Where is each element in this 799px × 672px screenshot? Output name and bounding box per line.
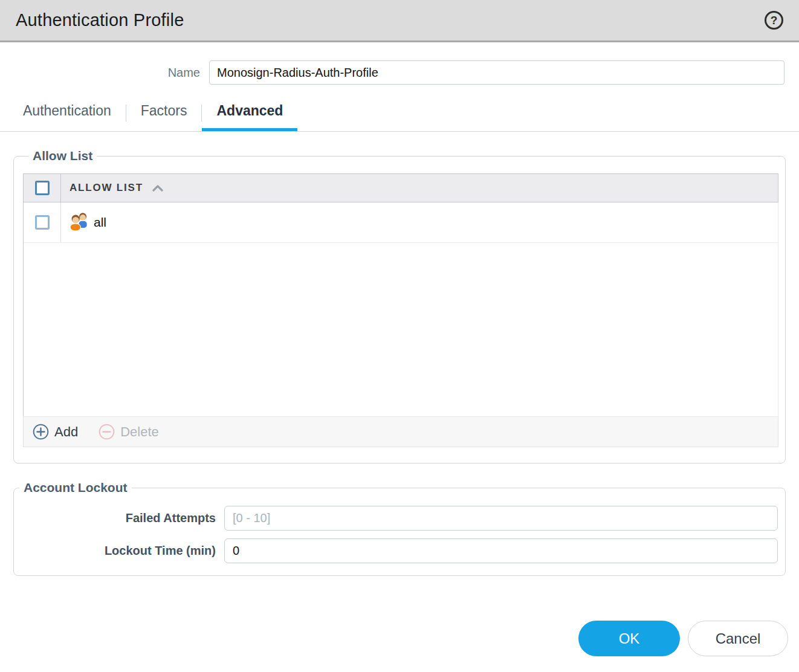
ok-button[interactable]: OK <box>578 621 680 656</box>
tab-factors[interactable]: Factors <box>126 95 202 131</box>
tab-authentication[interactable]: Authentication <box>8 95 126 131</box>
delete-button-label: Delete <box>120 424 159 440</box>
allow-list-table-header: ALLOW LIST <box>23 173 778 202</box>
lockout-time-label: Lockout Time (min) <box>14 544 224 558</box>
dialog-header: Authentication Profile ? <box>0 0 799 42</box>
delete-button[interactable]: Delete <box>99 424 159 440</box>
row-checkbox[interactable] <box>35 215 50 230</box>
add-button-label: Add <box>54 424 78 440</box>
lockout-time-row: Lockout Time (min) <box>14 538 778 563</box>
select-all-cell <box>24 174 61 202</box>
dialog-actions: OK Cancel <box>0 621 799 656</box>
allow-list-legend: Allow List <box>28 149 97 163</box>
allow-list-table-body: all <box>23 202 778 416</box>
failed-attempts-input[interactable] <box>224 506 778 531</box>
name-input[interactable] <box>209 60 784 85</box>
allow-list-actions: Add Delete <box>23 416 778 447</box>
allow-list-column-header[interactable]: ALLOW LIST <box>61 174 778 202</box>
failed-attempts-label: Failed Attempts <box>14 511 224 525</box>
account-lockout-section: Account Lockout Failed Attempts Lockout … <box>13 480 786 576</box>
name-label: Name <box>0 66 209 80</box>
add-button[interactable]: Add <box>33 424 78 440</box>
users-icon <box>70 211 89 234</box>
allow-list-column-label: ALLOW LIST <box>70 182 143 194</box>
plus-circle-icon <box>33 424 49 440</box>
help-icon[interactable]: ? <box>765 11 783 30</box>
minus-circle-icon <box>99 424 115 440</box>
cancel-button[interactable]: Cancel <box>688 621 788 656</box>
account-lockout-legend: Account Lockout <box>19 480 132 495</box>
row-label: all <box>94 215 106 230</box>
row-main-cell: all <box>61 202 778 242</box>
row-checkbox-cell <box>24 202 61 242</box>
select-all-checkbox[interactable] <box>35 181 50 195</box>
dialog-title: Authentication Profile <box>16 10 184 30</box>
sort-ascending-icon[interactable] <box>152 184 164 192</box>
tab-advanced[interactable]: Advanced <box>202 95 297 131</box>
allow-list-section: Allow List ALLOW LIST <box>13 149 786 464</box>
tab-bar: Authentication Factors Advanced <box>0 95 799 132</box>
failed-attempts-row: Failed Attempts <box>14 506 778 531</box>
lockout-time-input[interactable] <box>224 538 778 563</box>
table-row[interactable]: all <box>24 202 778 243</box>
name-row: Name <box>0 60 799 85</box>
